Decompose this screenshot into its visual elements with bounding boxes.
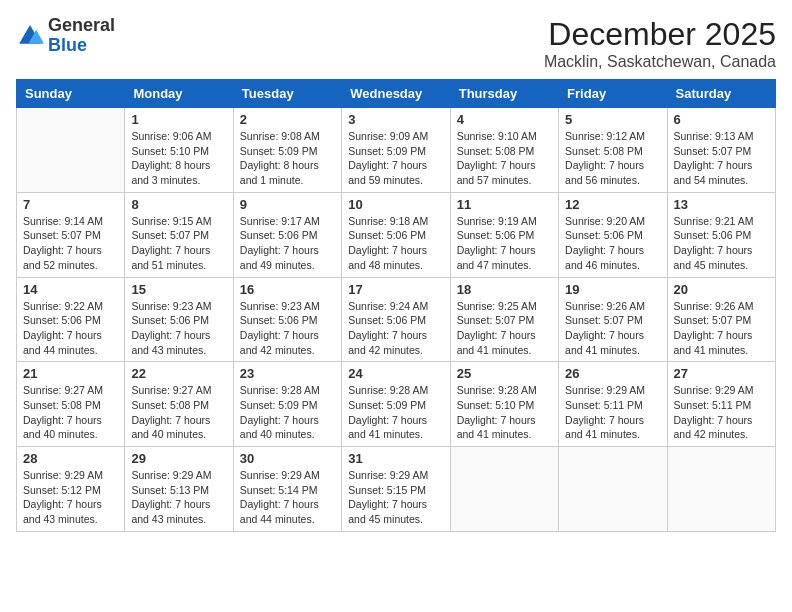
weekday-header-row: SundayMondayTuesdayWednesdayThursdayFrid… <box>17 80 776 108</box>
logo-text: General Blue <box>48 16 115 56</box>
logo: General Blue <box>16 16 115 56</box>
day-info: Sunrise: 9:13 AMSunset: 5:07 PMDaylight:… <box>674 129 769 188</box>
calendar-day-cell: 10Sunrise: 9:18 AMSunset: 5:06 PMDayligh… <box>342 192 450 277</box>
day-number: 23 <box>240 366 335 381</box>
calendar-day-cell: 27Sunrise: 9:29 AMSunset: 5:11 PMDayligh… <box>667 362 775 447</box>
day-info: Sunrise: 9:26 AMSunset: 5:07 PMDaylight:… <box>565 299 660 358</box>
day-info: Sunrise: 9:21 AMSunset: 5:06 PMDaylight:… <box>674 214 769 273</box>
weekday-header: Friday <box>559 80 667 108</box>
location-title: Macklin, Saskatchewan, Canada <box>544 53 776 71</box>
calendar-day-cell: 21Sunrise: 9:27 AMSunset: 5:08 PMDayligh… <box>17 362 125 447</box>
calendar-day-cell: 7Sunrise: 9:14 AMSunset: 5:07 PMDaylight… <box>17 192 125 277</box>
day-number: 21 <box>23 366 118 381</box>
day-number: 20 <box>674 282 769 297</box>
calendar-day-cell: 14Sunrise: 9:22 AMSunset: 5:06 PMDayligh… <box>17 277 125 362</box>
day-number: 30 <box>240 451 335 466</box>
day-number: 1 <box>131 112 226 127</box>
calendar-day-cell: 19Sunrise: 9:26 AMSunset: 5:07 PMDayligh… <box>559 277 667 362</box>
weekday-header: Sunday <box>17 80 125 108</box>
day-info: Sunrise: 9:06 AMSunset: 5:10 PMDaylight:… <box>131 129 226 188</box>
calendar-week-row: 14Sunrise: 9:22 AMSunset: 5:06 PMDayligh… <box>17 277 776 362</box>
day-info: Sunrise: 9:29 AMSunset: 5:11 PMDaylight:… <box>565 383 660 442</box>
calendar-day-cell: 16Sunrise: 9:23 AMSunset: 5:06 PMDayligh… <box>233 277 341 362</box>
calendar-day-cell <box>559 447 667 532</box>
logo-icon <box>16 22 44 50</box>
day-info: Sunrise: 9:28 AMSunset: 5:10 PMDaylight:… <box>457 383 552 442</box>
calendar-day-cell: 18Sunrise: 9:25 AMSunset: 5:07 PMDayligh… <box>450 277 558 362</box>
day-info: Sunrise: 9:10 AMSunset: 5:08 PMDaylight:… <box>457 129 552 188</box>
day-info: Sunrise: 9:29 AMSunset: 5:11 PMDaylight:… <box>674 383 769 442</box>
day-number: 22 <box>131 366 226 381</box>
weekday-header: Saturday <box>667 80 775 108</box>
calendar-day-cell: 31Sunrise: 9:29 AMSunset: 5:15 PMDayligh… <box>342 447 450 532</box>
calendar-day-cell <box>450 447 558 532</box>
calendar-day-cell: 5Sunrise: 9:12 AMSunset: 5:08 PMDaylight… <box>559 108 667 193</box>
day-number: 14 <box>23 282 118 297</box>
day-info: Sunrise: 9:08 AMSunset: 5:09 PMDaylight:… <box>240 129 335 188</box>
calendar-day-cell: 17Sunrise: 9:24 AMSunset: 5:06 PMDayligh… <box>342 277 450 362</box>
weekday-header: Wednesday <box>342 80 450 108</box>
calendar-week-row: 7Sunrise: 9:14 AMSunset: 5:07 PMDaylight… <box>17 192 776 277</box>
day-info: Sunrise: 9:09 AMSunset: 5:09 PMDaylight:… <box>348 129 443 188</box>
calendar-day-cell: 20Sunrise: 9:26 AMSunset: 5:07 PMDayligh… <box>667 277 775 362</box>
day-info: Sunrise: 9:28 AMSunset: 5:09 PMDaylight:… <box>348 383 443 442</box>
day-info: Sunrise: 9:29 AMSunset: 5:12 PMDaylight:… <box>23 468 118 527</box>
calendar-day-cell: 3Sunrise: 9:09 AMSunset: 5:09 PMDaylight… <box>342 108 450 193</box>
calendar-day-cell: 11Sunrise: 9:19 AMSunset: 5:06 PMDayligh… <box>450 192 558 277</box>
calendar-week-row: 1Sunrise: 9:06 AMSunset: 5:10 PMDaylight… <box>17 108 776 193</box>
day-number: 18 <box>457 282 552 297</box>
day-number: 7 <box>23 197 118 212</box>
day-info: Sunrise: 9:29 AMSunset: 5:14 PMDaylight:… <box>240 468 335 527</box>
day-number: 13 <box>674 197 769 212</box>
calendar-day-cell: 1Sunrise: 9:06 AMSunset: 5:10 PMDaylight… <box>125 108 233 193</box>
day-number: 31 <box>348 451 443 466</box>
day-number: 29 <box>131 451 226 466</box>
day-number: 26 <box>565 366 660 381</box>
weekday-header: Tuesday <box>233 80 341 108</box>
day-info: Sunrise: 9:20 AMSunset: 5:06 PMDaylight:… <box>565 214 660 273</box>
calendar-day-cell: 22Sunrise: 9:27 AMSunset: 5:08 PMDayligh… <box>125 362 233 447</box>
logo-blue: Blue <box>48 35 87 55</box>
day-number: 3 <box>348 112 443 127</box>
calendar-day-cell: 29Sunrise: 9:29 AMSunset: 5:13 PMDayligh… <box>125 447 233 532</box>
day-info: Sunrise: 9:17 AMSunset: 5:06 PMDaylight:… <box>240 214 335 273</box>
day-info: Sunrise: 9:14 AMSunset: 5:07 PMDaylight:… <box>23 214 118 273</box>
calendar-day-cell: 2Sunrise: 9:08 AMSunset: 5:09 PMDaylight… <box>233 108 341 193</box>
day-number: 27 <box>674 366 769 381</box>
calendar-day-cell: 25Sunrise: 9:28 AMSunset: 5:10 PMDayligh… <box>450 362 558 447</box>
day-number: 9 <box>240 197 335 212</box>
day-number: 17 <box>348 282 443 297</box>
month-title: December 2025 <box>544 16 776 53</box>
day-number: 28 <box>23 451 118 466</box>
day-info: Sunrise: 9:27 AMSunset: 5:08 PMDaylight:… <box>23 383 118 442</box>
day-number: 15 <box>131 282 226 297</box>
day-number: 4 <box>457 112 552 127</box>
logo-general: General <box>48 15 115 35</box>
calendar-day-cell: 12Sunrise: 9:20 AMSunset: 5:06 PMDayligh… <box>559 192 667 277</box>
calendar-day-cell: 28Sunrise: 9:29 AMSunset: 5:12 PMDayligh… <box>17 447 125 532</box>
calendar-day-cell: 24Sunrise: 9:28 AMSunset: 5:09 PMDayligh… <box>342 362 450 447</box>
calendar-day-cell: 13Sunrise: 9:21 AMSunset: 5:06 PMDayligh… <box>667 192 775 277</box>
weekday-header: Thursday <box>450 80 558 108</box>
calendar-day-cell: 6Sunrise: 9:13 AMSunset: 5:07 PMDaylight… <box>667 108 775 193</box>
weekday-header: Monday <box>125 80 233 108</box>
day-info: Sunrise: 9:15 AMSunset: 5:07 PMDaylight:… <box>131 214 226 273</box>
title-block: December 2025 Macklin, Saskatchewan, Can… <box>544 16 776 71</box>
day-info: Sunrise: 9:25 AMSunset: 5:07 PMDaylight:… <box>457 299 552 358</box>
calendar-day-cell: 23Sunrise: 9:28 AMSunset: 5:09 PMDayligh… <box>233 362 341 447</box>
day-number: 24 <box>348 366 443 381</box>
day-info: Sunrise: 9:29 AMSunset: 5:13 PMDaylight:… <box>131 468 226 527</box>
day-number: 25 <box>457 366 552 381</box>
day-number: 16 <box>240 282 335 297</box>
day-info: Sunrise: 9:23 AMSunset: 5:06 PMDaylight:… <box>240 299 335 358</box>
day-info: Sunrise: 9:12 AMSunset: 5:08 PMDaylight:… <box>565 129 660 188</box>
day-number: 10 <box>348 197 443 212</box>
calendar-day-cell <box>667 447 775 532</box>
day-number: 2 <box>240 112 335 127</box>
calendar-day-cell: 26Sunrise: 9:29 AMSunset: 5:11 PMDayligh… <box>559 362 667 447</box>
day-info: Sunrise: 9:18 AMSunset: 5:06 PMDaylight:… <box>348 214 443 273</box>
calendar-day-cell: 9Sunrise: 9:17 AMSunset: 5:06 PMDaylight… <box>233 192 341 277</box>
day-info: Sunrise: 9:19 AMSunset: 5:06 PMDaylight:… <box>457 214 552 273</box>
day-number: 8 <box>131 197 226 212</box>
day-info: Sunrise: 9:22 AMSunset: 5:06 PMDaylight:… <box>23 299 118 358</box>
